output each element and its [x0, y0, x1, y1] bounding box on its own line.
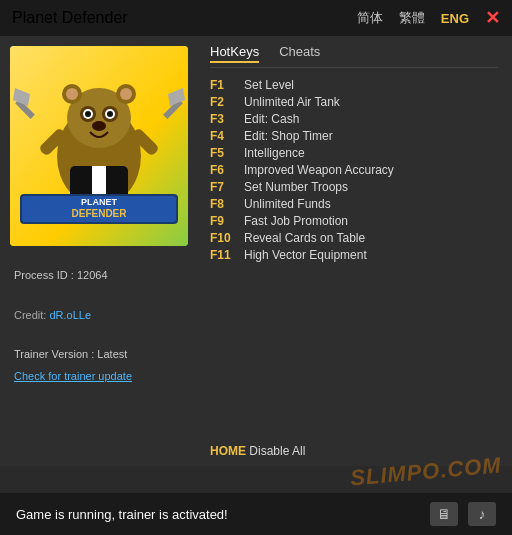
hotkey-row: F3Edit: Cash	[210, 112, 498, 126]
update-link[interactable]: Check for trainer update	[14, 367, 132, 387]
hotkey-key: F8	[210, 197, 244, 211]
left-panel: PLANET DEFENDER Process ID : 12064 Credi…	[0, 36, 200, 466]
lang-traditional[interactable]: 繁體	[399, 9, 425, 27]
close-button[interactable]: ✕	[485, 9, 500, 27]
hotkey-desc: Unlimited Funds	[244, 197, 331, 211]
titlebar: Planet Defender 简体 繁體 ENG ✕	[0, 0, 512, 36]
music-icon-button[interactable]: ♪	[468, 502, 496, 526]
disable-all-row: HOME Disable All	[210, 444, 498, 458]
hotkey-desc: Edit: Shop Timer	[244, 129, 333, 143]
hotkey-row: F4Edit: Shop Timer	[210, 129, 498, 143]
svg-text:DEFENDER: DEFENDER	[71, 208, 127, 219]
process-id: Process ID : 12064	[14, 266, 132, 286]
hotkey-desc: Set Number Troops	[244, 180, 348, 194]
tab-hotkeys[interactable]: HotKeys	[210, 44, 259, 63]
right-panel: HotKeys Cheats F1Set LevelF2Unlimited Ai…	[200, 36, 512, 466]
hotkey-desc: Set Level	[244, 78, 294, 92]
game-image: PLANET DEFENDER	[10, 46, 188, 246]
hotkey-desc: Reveal Cards on Table	[244, 231, 365, 245]
lang-english[interactable]: ENG	[441, 11, 469, 26]
monitor-icon-button[interactable]: 🖥	[430, 502, 458, 526]
hotkey-row: F8Unlimited Funds	[210, 197, 498, 211]
hotkey-desc: Edit: Cash	[244, 112, 299, 126]
svg-point-11	[85, 111, 91, 117]
hotkey-key: F9	[210, 214, 244, 228]
disable-all-key: HOME	[210, 444, 246, 458]
hotkey-row: F6Improved Weapon Accuracy	[210, 163, 498, 177]
hotkey-key: F4	[210, 129, 244, 143]
app-title: Planet Defender	[12, 9, 128, 27]
hotkey-desc: Intelligence	[244, 146, 305, 160]
hotkey-row: F9Fast Job Promotion	[210, 214, 498, 228]
svg-point-6	[120, 88, 132, 100]
statusbar: Game is running, trainer is activated! 🖥…	[0, 493, 512, 535]
svg-point-5	[66, 88, 78, 100]
hotkey-row: F7Set Number Troops	[210, 180, 498, 194]
trainer-version: Trainer Version : Latest	[14, 345, 132, 365]
hotkeys-list: F1Set LevelF2Unlimited Air TankF3Edit: C…	[210, 78, 498, 434]
hotkey-key: F7	[210, 180, 244, 194]
credit-label: Credit:	[14, 309, 46, 321]
hotkey-desc: Improved Weapon Accuracy	[244, 163, 394, 177]
titlebar-controls: 简体 繁體 ENG ✕	[357, 9, 500, 27]
hotkey-row: F11High Vector Equipment	[210, 248, 498, 262]
hotkey-desc: Unlimited Air Tank	[244, 95, 340, 109]
svg-point-12	[107, 111, 113, 117]
lang-simplified[interactable]: 简体	[357, 9, 383, 27]
hotkey-row: F5Intelligence	[210, 146, 498, 160]
disable-all-desc: Disable All	[249, 444, 305, 458]
hotkey-row: F10Reveal Cards on Table	[210, 231, 498, 245]
credit-line: Credit: dR.oLLe	[14, 306, 132, 326]
hotkey-row: F2Unlimited Air Tank	[210, 95, 498, 109]
svg-point-13	[92, 121, 106, 131]
tabs: HotKeys Cheats	[210, 44, 498, 68]
hotkey-key: F3	[210, 112, 244, 126]
hotkey-key: F1	[210, 78, 244, 92]
hotkey-key: F11	[210, 248, 244, 262]
credit-value: dR.oLLe	[49, 309, 91, 321]
status-text: Game is running, trainer is activated!	[16, 507, 228, 522]
hotkey-desc: High Vector Equipment	[244, 248, 367, 262]
hotkey-key: F6	[210, 163, 244, 177]
info-section: Process ID : 12064 Credit: dR.oLLe Train…	[10, 266, 136, 387]
hotkey-desc: Fast Job Promotion	[244, 214, 348, 228]
svg-text:PLANET: PLANET	[81, 197, 118, 207]
status-icons: 🖥 ♪	[430, 502, 496, 526]
hotkey-row: F1Set Level	[210, 78, 498, 92]
hotkey-key: F5	[210, 146, 244, 160]
main-content: PLANET DEFENDER Process ID : 12064 Credi…	[0, 36, 512, 466]
hotkey-key: F2	[210, 95, 244, 109]
hotkey-key: F10	[210, 231, 244, 245]
tab-cheats[interactable]: Cheats	[279, 44, 320, 63]
game-art: PLANET DEFENDER	[10, 46, 188, 246]
